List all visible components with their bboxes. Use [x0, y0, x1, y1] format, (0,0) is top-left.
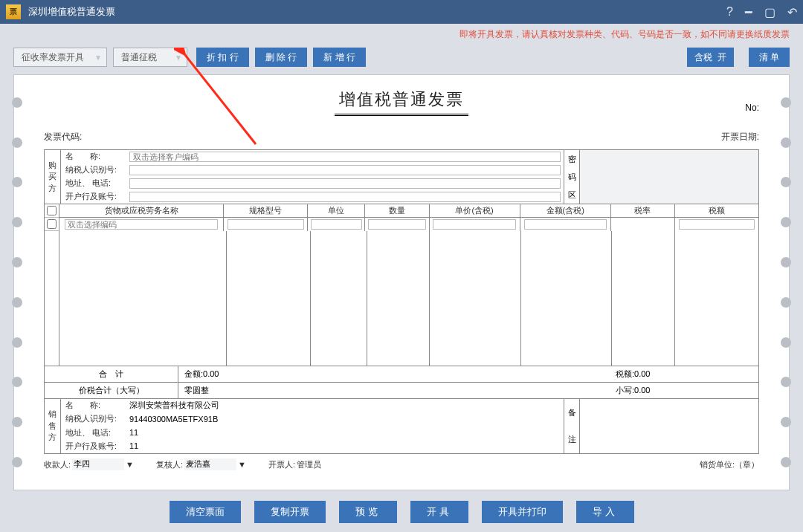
collection-rate-dropdown[interactable]: 征收率发票开具▼ — [13, 48, 107, 67]
warning-message: 即将开具发票，请认真核对发票种类、代码、号码是否一致，如不同请更换纸质发票 — [0, 24, 803, 42]
buyer-section: 购买方 名 称: 纳税人识别号: 地址、 电话: 开户行及账号: 密码区 — [44, 149, 759, 204]
item-amount-input[interactable] — [524, 219, 607, 230]
invoice-footer: 收款人:▼ 复核人:▼ 开票人:管理员 销货单位:（章） — [44, 454, 759, 470]
total-amount: 金额:0.00 — [178, 369, 610, 380]
issue-print-button[interactable]: 开具并打印 — [482, 501, 563, 523]
titlebar: 票 深圳增值税普通发票 ? ━ ▢ ↶ — [0, 0, 803, 24]
unit-stamp-label: 销货单位:（章） — [700, 459, 759, 470]
issue-button[interactable]: 开具 — [410, 501, 468, 523]
payee-input[interactable] — [72, 458, 124, 470]
buyer-name-input[interactable] — [129, 152, 561, 162]
reviewer-input[interactable] — [184, 458, 236, 470]
buyer-taxid-input[interactable] — [129, 165, 561, 175]
seller-address: 11 — [129, 428, 138, 437]
seller-section: 销售方 名 称:深圳安荣普科技有限公司 纳税人识别号:91440300MA5ET… — [44, 399, 759, 454]
invoice-title: 增值税普通发票 — [335, 88, 468, 116]
password-area-vlabel: 密码区 — [564, 150, 580, 204]
back-icon[interactable]: ↶ — [787, 5, 797, 19]
row-checkbox-1[interactable] — [47, 219, 57, 229]
password-area — [580, 150, 758, 204]
seller-taxid: 91440300MA5ETFX91B — [129, 415, 218, 424]
chevron-down-icon: ▼ — [126, 460, 134, 469]
window-controls: ? ━ ▢ ↶ — [726, 5, 797, 19]
chevron-down-icon: ▼ — [238, 460, 246, 469]
remark-box[interactable] — [580, 399, 758, 453]
tax-type-dropdown[interactable]: 普通征税▼ — [113, 48, 187, 67]
perforation-right — [778, 75, 793, 490]
invoice-code-label: 发票代码: — [44, 131, 82, 143]
pricetax-small: 小写:0.00 — [610, 385, 758, 396]
discount-row-button[interactable]: 折 扣 行 — [196, 48, 249, 67]
items-header: 货物或应税劳务名称 规格型号 单位 数量 单价(含税) 金额(含税) 税率 税额 — [59, 204, 758, 218]
chevron-down-icon: ▼ — [175, 53, 182, 62]
chevron-down-icon: ▼ — [94, 53, 102, 62]
invoice-date-label: 开票日期: — [721, 131, 759, 143]
import-button[interactable]: 导入 — [576, 501, 634, 523]
preview-button[interactable]: 预览 — [339, 501, 397, 523]
app-logo-icon: 票 — [6, 4, 21, 19]
total-tax: 税额:0.00 — [610, 369, 758, 380]
totals-row: 合 计 金额:0.00 税额:0.00 — [44, 366, 759, 383]
buyer-bank-input[interactable] — [129, 192, 561, 202]
buyer-vlabel: 购买方 — [45, 150, 61, 204]
top-toolbar: 征收率发票开具▼ 普通征税▼ 折 扣 行 删 除 行 新 增 行 含税 开 清 … — [0, 42, 803, 74]
invoice-no-label: No: — [745, 103, 759, 113]
item-name-input[interactable] — [65, 219, 217, 230]
item-spec-input[interactable] — [228, 219, 304, 230]
drawer-value: 管理员 — [297, 459, 321, 470]
bottom-toolbar: 清空票面 复制开票 预览 开具 开具并打印 导入 — [0, 490, 803, 532]
item-unit-input[interactable] — [311, 219, 361, 230]
price-tax-row: 价税合计（大写） 零圆整 小写:0.00 — [44, 383, 759, 399]
invoice-panel: 增值税普通发票 No: 发票代码: 开票日期: 购买方 名 称: 纳税人识别号:… — [13, 74, 790, 490]
item-tax-input[interactable] — [679, 219, 755, 230]
window-title: 深圳增值税普通发票 — [28, 5, 115, 19]
buyer-address-input[interactable] — [129, 178, 561, 189]
tax-inclusive-toggle[interactable]: 含税 开 — [687, 48, 734, 67]
clear-button[interactable]: 清空票面 — [170, 501, 241, 523]
seller-vlabel: 销售方 — [45, 399, 61, 453]
copy-invoice-button[interactable]: 复制开票 — [254, 501, 326, 523]
row-checkbox-header[interactable] — [47, 206, 57, 215]
seller-name: 深圳安荣普科技有限公司 — [129, 400, 219, 411]
items-row-1 — [59, 218, 758, 231]
delete-row-button[interactable]: 删 除 行 — [255, 48, 308, 67]
maximize-icon[interactable]: ▢ — [764, 5, 775, 19]
list-button[interactable]: 清 单 — [749, 48, 790, 67]
perforation-left — [10, 75, 25, 490]
items-table: 货物或应税劳务名称 规格型号 单位 数量 单价(含税) 金额(含税) 税率 税额 — [44, 204, 759, 366]
item-qty-input[interactable] — [368, 219, 425, 230]
seller-bank: 11 — [129, 441, 138, 450]
remark-vlabel: 备注 — [564, 399, 580, 453]
minimize-icon[interactable]: ━ — [745, 5, 752, 19]
help-icon[interactable]: ? — [726, 5, 733, 19]
item-price-input[interactable] — [433, 219, 515, 230]
pricetax-cn: 零圆整 — [178, 385, 610, 396]
add-row-button[interactable]: 新 增 行 — [313, 48, 366, 67]
